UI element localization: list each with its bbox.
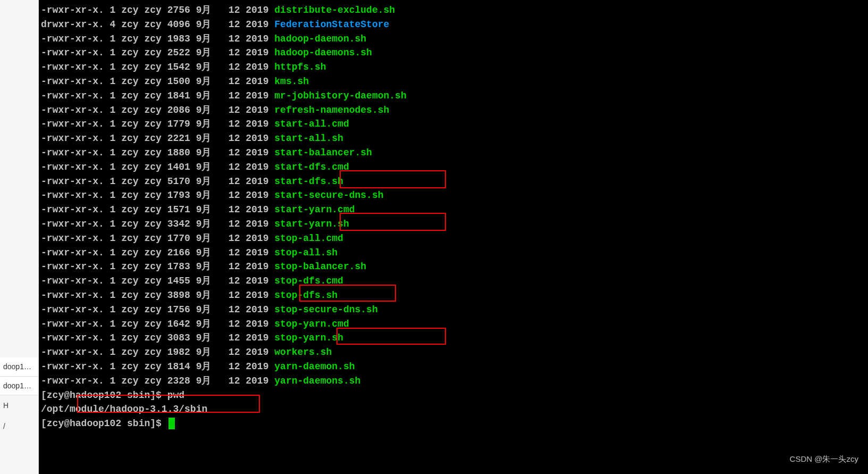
file-row: -rwxr-xr-x. 1 zcy zcy 1455 9月 12 2019 st… [41, 274, 866, 288]
file-name: hadoop-daemon.sh [274, 34, 366, 44]
file-row: -rwxr-xr-x. 1 zcy zcy 1542 9月 12 2019 ht… [41, 60, 866, 74]
file-name: stop-all.sh [274, 247, 338, 258]
file-name: yarn-daemons.sh [274, 376, 360, 386]
file-row: -rwxr-xr-x. 1 zcy zcy 3898 9月 12 2019 st… [41, 288, 866, 303]
session-tab[interactable]: doop1… [0, 377, 38, 396]
file-row: -rwxr-xr-x. 1 zcy zcy 2756 9月 12 2019 di… [41, 3, 866, 18]
file-name: stop-secure-dns.sh [274, 304, 377, 315]
file-name: stop-all.cmd [274, 233, 343, 244]
file-name: start-all.cmd [274, 119, 349, 129]
file-name: FederationStateStore [274, 19, 389, 30]
watermark: CSDN @朱一头zcy [790, 452, 858, 467]
file-row: -rwxr-xr-x. 1 zcy zcy 2086 9月 12 2019 re… [41, 103, 866, 118]
file-name: start-balancer.sh [274, 147, 372, 158]
file-name: stop-yarn.sh [274, 332, 343, 343]
file-row: -rwxr-xr-x. 1 zcy zcy 5170 9月 12 2019 st… [41, 174, 866, 189]
file-row: -rwxr-xr-x. 1 zcy zcy 2221 9月 12 2019 st… [41, 131, 866, 146]
file-name: stop-yarn.cmd [274, 319, 349, 329]
sidebar-letter: / [0, 416, 38, 437]
file-row: -rwxr-xr-x. 1 zcy zcy 3083 9月 12 2019 st… [41, 331, 866, 345]
file-row: -rwxr-xr-x. 1 zcy zcy 1756 9月 12 2019 st… [41, 303, 866, 317]
file-name: stop-balancer.sh [274, 261, 366, 272]
file-name: hadoop-daemons.sh [274, 47, 372, 58]
sidebar: doop1… doop1… H / [0, 0, 39, 474]
file-name: refresh-namenodes.sh [274, 105, 389, 115]
file-row: -rwxr-xr-x. 1 zcy zcy 2522 9月 12 2019 ha… [41, 46, 866, 60]
file-row: -rwxr-xr-x. 1 zcy zcy 2328 9月 12 2019 ya… [41, 374, 866, 388]
file-row: -rwxr-xr-x. 1 zcy zcy 1500 9月 12 2019 km… [41, 74, 866, 89]
file-row: -rwxr-xr-x. 1 zcy zcy 1841 9月 12 2019 mr… [41, 89, 866, 103]
file-name: start-all.sh [274, 133, 343, 144]
file-row: -rwxr-xr-x. 1 zcy zcy 1642 9月 12 2019 st… [41, 317, 866, 331]
file-name: start-yarn.cmd [274, 204, 355, 215]
file-row: -rwxr-xr-x. 1 zcy zcy 1770 9月 12 2019 st… [41, 231, 866, 246]
file-name: start-secure-dns.sh [274, 190, 383, 201]
file-name: start-yarn.sh [274, 219, 349, 229]
file-row: -rwxr-xr-x. 1 zcy zcy 1793 9月 12 2019 st… [41, 188, 866, 203]
pwd-output: /opt/module/hadoop-3.1.3/sbin [41, 402, 866, 417]
file-name: mr-jobhistory-daemon.sh [274, 90, 406, 101]
file-name: stop-dfs.cmd [274, 276, 343, 286]
file-row: -rwxr-xr-x. 1 zcy zcy 1783 9月 12 2019 st… [41, 260, 866, 274]
file-row: drwxr-xr-x. 4 zcy zcy 4096 9月 12 2019 Fe… [41, 18, 866, 32]
file-name: kms.sh [274, 76, 309, 87]
file-row: -rwxr-xr-x. 1 zcy zcy 1779 9月 12 2019 st… [41, 117, 866, 131]
file-row: -rwxr-xr-x. 1 zcy zcy 3342 9月 12 2019 st… [41, 217, 866, 231]
file-row: -rwxr-xr-x. 1 zcy zcy 1982 9月 12 2019 wo… [41, 345, 866, 360]
file-name: start-dfs.sh [274, 176, 343, 187]
terminal[interactable]: -rwxr-xr-x. 1 zcy zcy 2756 9月 12 2019 di… [39, 0, 868, 474]
shell-prompt: [zcy@hadoop102 sbin]$ pwd [41, 388, 866, 403]
shell-prompt: [zcy@hadoop102 sbin]$ [41, 417, 866, 431]
file-row: -rwxr-xr-x. 1 zcy zcy 1983 9月 12 2019 ha… [41, 32, 866, 46]
file-row: -rwxr-xr-x. 1 zcy zcy 2166 9月 12 2019 st… [41, 246, 866, 260]
file-name: start-dfs.cmd [274, 162, 349, 172]
file-row: -rwxr-xr-x. 1 zcy zcy 1880 9月 12 2019 st… [41, 146, 866, 160]
file-name: httpfs.sh [274, 62, 326, 72]
file-name: distribute-exclude.sh [274, 5, 395, 15]
sidebar-letter: H [0, 395, 38, 416]
file-name: stop-dfs.sh [274, 290, 338, 301]
session-tab[interactable]: doop1… [0, 357, 38, 377]
file-name: workers.sh [274, 347, 332, 357]
file-name: yarn-daemon.sh [274, 361, 355, 372]
file-row: -rwxr-xr-x. 1 zcy zcy 1571 9月 12 2019 st… [41, 203, 866, 217]
file-row: -rwxr-xr-x. 1 zcy zcy 1401 9月 12 2019 st… [41, 160, 866, 174]
cursor-icon [168, 418, 175, 429]
file-row: -rwxr-xr-x. 1 zcy zcy 1814 9月 12 2019 ya… [41, 360, 866, 374]
